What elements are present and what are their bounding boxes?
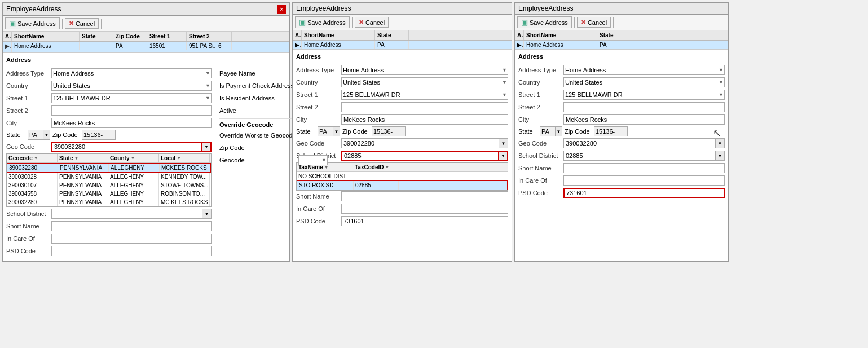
geo-row-3[interactable]: 390034558 PENNSYLVANIA ALLEGHENY ROBINSO… bbox=[7, 190, 211, 198]
save-address-label: Save Address bbox=[17, 20, 56, 27]
table-row[interactable]: ▶ Home Address PA 16501 951 PA St._6 bbox=[3, 42, 289, 52]
panel-2: EmployeeAddress ▣ Save Address ✖ Cancel … bbox=[292, 2, 512, 262]
p2-street1-row: Street 1 125 BELLMAWR DR ▼ bbox=[296, 89, 508, 100]
city-input[interactable] bbox=[51, 118, 212, 128]
p3-school-district-btn[interactable]: ▼ bbox=[716, 151, 725, 161]
school-district-btn-1[interactable]: ▼ bbox=[202, 209, 212, 219]
p3-country-label: Country bbox=[518, 79, 563, 86]
p3-shortname-input[interactable] bbox=[563, 163, 725, 173]
p3-incareof-label: In Care Of bbox=[518, 177, 563, 184]
state-label: State bbox=[6, 131, 28, 138]
p2-col-addresstype: Address Type / bbox=[293, 30, 302, 40]
p2-street2-input[interactable] bbox=[341, 102, 508, 112]
address-label-3: Address bbox=[518, 53, 726, 60]
row-street1: 951 PA St._6 bbox=[187, 42, 232, 50]
panel-1-title-bar: EmployeeAddress ✕ bbox=[3, 3, 289, 16]
cancel-button-3[interactable]: ✖ Cancel bbox=[577, 17, 611, 28]
col-header-addresstype: Address Type / bbox=[3, 32, 12, 41]
panel-3-title-bar: EmployeeAddress bbox=[515, 3, 728, 15]
school-cell-taxcodeid-1: 02885 bbox=[354, 181, 399, 190]
geo-cell-geocode-1: 390030028 bbox=[7, 173, 58, 181]
incareof-input-1[interactable] bbox=[51, 234, 212, 244]
p3-state-input[interactable] bbox=[540, 126, 556, 136]
street2-label: Street 2 bbox=[6, 107, 51, 114]
school-row-0[interactable]: NO SCHOOL DIST bbox=[297, 172, 508, 180]
p3-street1-row: Street 1 125 BELLMAWR DR ▼ bbox=[518, 89, 725, 100]
p3-addresstype-select[interactable]: Home Address bbox=[563, 65, 725, 75]
shortname-row-1: Short Name bbox=[6, 221, 212, 232]
cancel-button[interactable]: ✖ Cancel bbox=[65, 18, 99, 29]
p2-addresstype-row: Address Type Home Address ▼ bbox=[296, 64, 508, 76]
geo-row-0[interactable]: 390032280 PENNSYLVANIA ALLEGHENY MCKEES … bbox=[7, 163, 211, 173]
street2-input[interactable] bbox=[51, 105, 212, 116]
p3-row-addresstype: Home Address bbox=[524, 41, 597, 49]
p3-col-addresstype: Address Type / bbox=[515, 30, 524, 40]
p2-school-district-btn[interactable]: ▼ bbox=[499, 151, 508, 161]
state-input[interactable] bbox=[28, 130, 43, 140]
address-type-select[interactable]: Home Address bbox=[51, 68, 212, 78]
p2-zip-input[interactable] bbox=[372, 126, 406, 136]
psdcode-input-1[interactable] bbox=[51, 246, 212, 256]
p2-psdcode-input[interactable] bbox=[341, 216, 508, 226]
address-grid-1: Address Type / ShortName State Zip Code … bbox=[3, 32, 289, 53]
save-address-button-2[interactable]: ▣ Save Address bbox=[295, 16, 350, 28]
shortname-input-1[interactable] bbox=[51, 221, 212, 231]
p2-psdcode-row: PSD Code bbox=[296, 215, 508, 227]
address-section-label: Address bbox=[6, 56, 287, 63]
p3-state-dropdown-btn[interactable]: ▼ bbox=[556, 126, 562, 136]
p3-street2-input[interactable] bbox=[563, 102, 725, 112]
p2-school-district-input[interactable] bbox=[341, 151, 499, 161]
street1-select[interactable]: 125 BELLMAWR DR bbox=[51, 93, 212, 103]
zip-label: Zip Code bbox=[52, 131, 82, 138]
geocode-dropdown-btn[interactable]: ▼ bbox=[202, 142, 212, 152]
country-select[interactable]: United States bbox=[51, 81, 212, 91]
p3-psdcode-input[interactable] bbox=[563, 188, 725, 198]
geocode-input[interactable] bbox=[51, 142, 202, 152]
grid-header-3: Address Type / ShortName State bbox=[515, 30, 728, 41]
cancel-button-2[interactable]: ✖ Cancel bbox=[355, 17, 389, 28]
save-address-button-3[interactable]: ▣ Save Address bbox=[517, 16, 572, 28]
override-geocode-row: Geocode ▼ bbox=[219, 155, 328, 166]
geo-row-4[interactable]: 390032280 PENNSYLVANIA ALLEGHENY MC KEES… bbox=[7, 198, 211, 206]
state-dropdown-btn[interactable]: ▼ bbox=[43, 130, 50, 140]
p2-geocode-dropdown-btn[interactable]: ▼ bbox=[499, 138, 508, 148]
zip-input[interactable] bbox=[82, 130, 116, 140]
form-2: Address Type Home Address ▼ Country Unit… bbox=[293, 63, 512, 229]
geo-row-2[interactable]: 390030107 PENNSYLVANIA ALLEGHENY STOWE T… bbox=[7, 181, 211, 190]
geo-cell-county-0: ALLEGHENY bbox=[109, 164, 160, 172]
p3-zip-input[interactable] bbox=[594, 126, 628, 136]
p3-city-input[interactable] bbox=[563, 114, 725, 125]
override-geocode-select[interactable] bbox=[298, 155, 328, 165]
p2-state-input[interactable] bbox=[318, 126, 333, 136]
table-row[interactable]: ▶ Home Address PA bbox=[293, 41, 512, 49]
school-district-input-1[interactable] bbox=[51, 209, 202, 219]
p3-country-select[interactable]: United States bbox=[563, 77, 725, 87]
p2-addresstype-select[interactable]: Home Address bbox=[341, 65, 508, 75]
p3-geocode-dropdown-btn[interactable]: ▼ bbox=[716, 138, 725, 148]
p2-shortname-input[interactable] bbox=[341, 191, 508, 201]
p2-country-select[interactable]: United States bbox=[341, 77, 508, 87]
p2-incareof-input[interactable] bbox=[341, 204, 508, 214]
p2-street1-select[interactable]: 125 BELLMAWR DR bbox=[341, 90, 508, 100]
col-header-street2: Street 2 bbox=[187, 32, 232, 41]
p2-geocode-input[interactable] bbox=[341, 138, 499, 148]
p3-street2-row: Street 2 bbox=[518, 102, 725, 113]
geo-row-1[interactable]: 390030028 PENNSYLVANIA ALLEGHENY KENNEDY… bbox=[7, 173, 211, 181]
p3-street1-select[interactable]: 125 BELLMAWR DR bbox=[563, 90, 725, 100]
geo-cell-county-4: ALLEGHENY bbox=[108, 198, 159, 206]
p3-school-district-input[interactable] bbox=[563, 151, 716, 161]
school-row-1[interactable]: STO ROX SD 02885 bbox=[297, 180, 508, 190]
p3-incareof-input[interactable] bbox=[563, 175, 725, 186]
p2-row-addresstype: Home Address bbox=[302, 41, 375, 49]
toolbar-separator-1 bbox=[62, 19, 63, 29]
save-address-button[interactable]: ▣ Save Address bbox=[5, 17, 60, 29]
table-row[interactable]: ▶ Home Address PA bbox=[515, 41, 728, 49]
cancel-icon: ✖ bbox=[69, 20, 74, 27]
toolbar-1: ▣ Save Address ✖ Cancel bbox=[3, 16, 289, 32]
p3-geocode-input[interactable] bbox=[563, 138, 716, 148]
close-button[interactable]: ✕ bbox=[277, 5, 286, 14]
p2-row-state: PA bbox=[375, 41, 409, 49]
p3-street2-label: Street 2 bbox=[518, 104, 563, 111]
p2-state-dropdown-btn[interactable]: ▼ bbox=[333, 126, 340, 136]
p2-city-input[interactable] bbox=[341, 114, 508, 125]
